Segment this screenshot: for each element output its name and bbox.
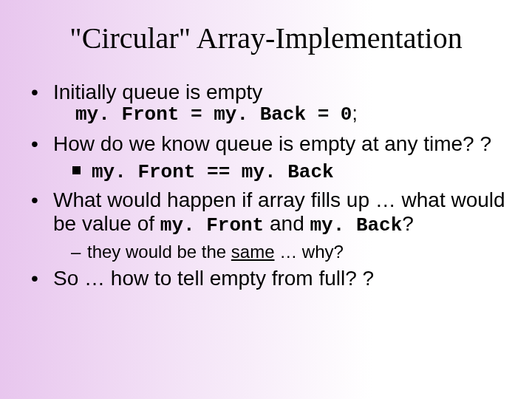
bullet-text: So … how to tell empty from full? ? bbox=[53, 267, 374, 290]
code-text: my. Front bbox=[160, 214, 264, 236]
code-suffix: ; bbox=[352, 102, 357, 124]
code-text: my. Back bbox=[310, 214, 403, 236]
sub-bullet-item: they would be the same … why? bbox=[71, 242, 511, 262]
underlined-text: same bbox=[231, 242, 275, 262]
code-text: my. Front = my. Back = 0 bbox=[75, 103, 352, 126]
bullet-text: Initially queue is empty bbox=[53, 81, 262, 103]
slide-title: "Circular" Array-Implementation bbox=[21, 21, 511, 55]
sub-bullet-item: my. Front == my. Back bbox=[71, 160, 511, 184]
bullet-text: How do we know queue is empty at any tim… bbox=[53, 132, 491, 155]
sub-bullet-text: they would be the bbox=[87, 242, 231, 262]
bullet-text: and bbox=[264, 212, 310, 235]
bullet-item: What would happen if array fills up … wh… bbox=[31, 188, 511, 262]
bullet-list: Initially queue is empty my. Front = my.… bbox=[21, 81, 511, 290]
bullet-text: ? bbox=[402, 212, 414, 235]
bullet-item: So … how to tell empty from full? ? bbox=[31, 267, 511, 290]
sub-bullet-text: … why? bbox=[275, 242, 344, 262]
code-text: my. Front == my. Back bbox=[92, 161, 334, 183]
code-line: my. Front = my. Back = 0; bbox=[53, 103, 511, 126]
bullet-item: Initially queue is empty my. Front = my.… bbox=[31, 81, 511, 126]
bullet-item: How do we know queue is empty at any tim… bbox=[31, 132, 511, 184]
